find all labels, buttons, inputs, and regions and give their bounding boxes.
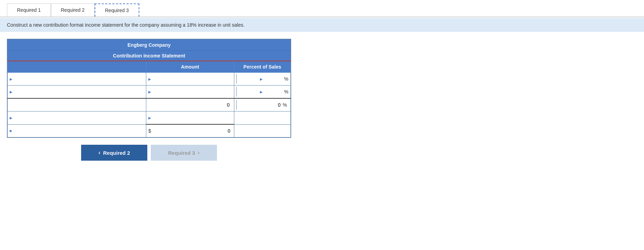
row3-amount-cell: [146, 98, 234, 111]
prev-chevron-icon: ‹: [98, 150, 100, 156]
row1-percent-input[interactable]: [263, 74, 284, 84]
col-header-amount: Amount: [146, 61, 234, 73]
row4-arrow-icon: ▶: [10, 116, 12, 120]
row4-label-input[interactable]: [12, 113, 144, 123]
row1-label-input[interactable]: [12, 74, 144, 84]
prev-button-label: Required 2: [103, 150, 130, 156]
row3-label-input[interactable]: [10, 100, 144, 110]
next-button-label: Required 3: [168, 150, 195, 156]
row5-label-input[interactable]: [12, 126, 144, 136]
col-header-percent: Percent of Sales: [234, 61, 290, 73]
row1-arrow-icon: ▶: [10, 77, 12, 81]
row2-amount-input[interactable]: [151, 87, 232, 97]
row3-percent-sign: %: [282, 102, 287, 108]
next-chevron-icon: ›: [198, 150, 200, 156]
row1-amount-input[interactable]: [151, 74, 232, 84]
row1-percent-arrow-icon: ▶: [260, 77, 263, 81]
nav-buttons: ‹ Required 2 Required 3 ›: [7, 145, 291, 161]
tab-required2-label: Required 2: [61, 7, 85, 13]
row1-percent-sign: %: [284, 76, 288, 82]
main-content: Engberg Company Contribution Income Stat…: [0, 32, 644, 168]
table-row: %: [8, 98, 291, 111]
col-header-label: [8, 61, 146, 73]
row5-percent-cell: [234, 124, 290, 137]
table-row: ▶ ▶: [8, 111, 291, 125]
instruction-text: Construct a new contribution format inco…: [7, 22, 245, 28]
row2-label-input[interactable]: [12, 87, 144, 97]
row5-arrow-icon: ▶: [10, 129, 12, 133]
table-row: ▶ ▶ ▶ %: [8, 86, 291, 99]
table-wrapper: Engberg Company Contribution Income Stat…: [7, 39, 291, 138]
row3-percent-cell: %: [234, 98, 290, 111]
row4-amount-arrow-icon: ▶: [148, 116, 151, 120]
row2-amount-arrow-icon: ▶: [148, 90, 151, 94]
table-statement-title: Contribution Income Statement: [8, 51, 291, 61]
row2-label-cell: ▶: [8, 86, 146, 99]
row2-percent-arrow-icon: ▶: [260, 90, 263, 94]
row4-amount-input[interactable]: [151, 113, 232, 123]
row3-amount-input[interactable]: [148, 100, 231, 110]
table-company-name: Engberg Company: [8, 39, 291, 51]
row1-percent-cell: ▶ %: [234, 73, 290, 86]
instruction-bar: Construct a new contribution format inco…: [0, 18, 644, 32]
prev-button[interactable]: ‹ Required 2: [81, 145, 147, 161]
row1-label-cell: ▶: [8, 73, 146, 86]
income-table: Engberg Company Contribution Income Stat…: [7, 39, 291, 137]
tab-required3[interactable]: Required 3: [95, 3, 139, 17]
row2-amount-cell: ▶: [146, 86, 234, 99]
row4-amount-cell: ▶: [146, 111, 234, 125]
row5-dollar-sign: $: [148, 128, 152, 134]
table-row: ▶ ▶ ▶ %: [8, 73, 291, 86]
row1-amount-arrow-icon: ▶: [148, 77, 151, 81]
row4-percent-cell: [234, 111, 290, 125]
row1-amount-cell: ▶: [146, 73, 234, 86]
row2-percent-input[interactable]: [263, 87, 284, 97]
row3-label-cell: [8, 98, 146, 111]
row5-amount-input[interactable]: [152, 126, 232, 136]
row5-amount-cell: $: [146, 124, 234, 137]
tab-required1-label: Required 1: [17, 7, 41, 13]
row2-percent-cell: ▶ %: [234, 86, 290, 99]
tabs-container: Required 1 Required 2 Required 3: [0, 0, 644, 17]
row2-arrow-icon: ▶: [10, 90, 12, 94]
tab-required3-label: Required 3: [105, 8, 129, 13]
tab-required1[interactable]: Required 1: [7, 3, 51, 17]
tab-required2[interactable]: Required 2: [51, 3, 95, 17]
row5-label-cell: ▶: [8, 124, 146, 137]
row2-percent-sign: %: [284, 89, 288, 95]
row3-percent-input[interactable]: [261, 100, 282, 110]
table-row: ▶ $: [8, 124, 291, 137]
row4-label-cell: ▶: [8, 111, 146, 125]
next-button[interactable]: Required 3 ›: [151, 145, 217, 161]
